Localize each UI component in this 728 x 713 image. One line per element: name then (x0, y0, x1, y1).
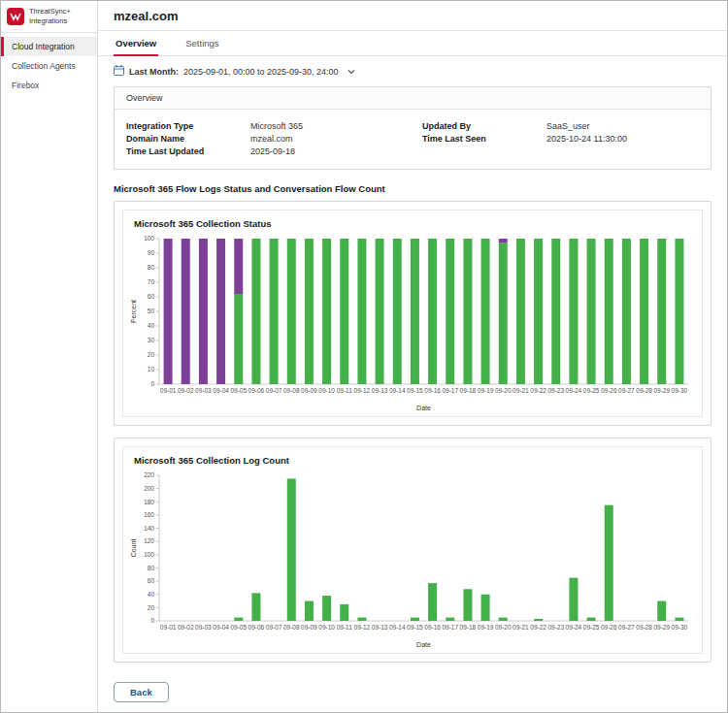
overview-card: Overview Integration Type Microsoft 365 … (114, 86, 711, 170)
svg-text:10: 10 (148, 366, 155, 373)
svg-text:09-28: 09-28 (636, 387, 652, 394)
logo-title: ThreatSync+ (29, 7, 71, 16)
svg-text:09-18: 09-18 (460, 387, 477, 394)
sidebar-item-collection-agents[interactable]: Collection Agents (1, 56, 97, 76)
date-filter-value: 2025-09-01, 00:00 to 2025-09-30, 24:00 (183, 67, 339, 77)
svg-text:09-14: 09-14 (389, 387, 406, 394)
svg-text:20: 20 (148, 351, 155, 358)
log-count-chart: 02040608010012014016018020022009-0109-02… (128, 470, 694, 650)
svg-text:220: 220 (144, 471, 154, 478)
svg-text:09-28: 09-28 (636, 624, 652, 631)
sidebar-nav: Cloud Integration Collection Agents Fire… (1, 33, 97, 95)
updated-by-label: Updated By (422, 121, 546, 131)
domain-name-label: Domain Name (126, 134, 250, 144)
svg-text:09-27: 09-27 (618, 387, 635, 394)
page-title: mzeal.com (98, 1, 727, 31)
svg-text:09-06: 09-06 (248, 387, 265, 394)
svg-text:0: 0 (150, 617, 154, 624)
integration-type-value: Microsoft 365 (250, 121, 303, 131)
sidebar-item-cloud-integration[interactable]: Cloud Integration (1, 37, 97, 56)
svg-text:09-01: 09-01 (160, 624, 177, 631)
svg-text:140: 140 (144, 525, 154, 532)
logo-text: ThreatSync+ Integrations (29, 7, 71, 26)
svg-text:09-23: 09-23 (547, 387, 564, 394)
svg-text:09-25: 09-25 (583, 387, 600, 394)
svg-text:09-10: 09-10 (318, 624, 335, 631)
svg-text:09-29: 09-29 (653, 387, 670, 394)
svg-text:09-11: 09-11 (337, 624, 353, 631)
svg-text:50: 50 (148, 308, 155, 314)
svg-text:180: 180 (144, 499, 154, 505)
integration-type-label: Integration Type (126, 121, 250, 131)
svg-text:09-24: 09-24 (566, 387, 582, 394)
log-count-panel: Microsoft 365 Collection Log Count 02040… (122, 446, 703, 654)
svg-text:09-09: 09-09 (301, 624, 317, 631)
svg-text:09-02: 09-02 (178, 624, 194, 631)
sidebar-item-firebox[interactable]: Firebox (1, 76, 97, 95)
svg-text:200: 200 (144, 485, 154, 492)
logo-row: ThreatSync+ Integrations (1, 1, 97, 33)
svg-text:09-22: 09-22 (530, 624, 546, 631)
svg-text:09-13: 09-13 (372, 387, 388, 394)
svg-text:Percent: Percent (130, 300, 137, 323)
svg-text:09-03: 09-03 (195, 387, 212, 394)
svg-text:09-04: 09-04 (213, 387, 229, 394)
svg-text:09-17: 09-17 (442, 387, 458, 394)
svg-text:120: 120 (144, 537, 154, 544)
updated-by-field: Updated By SaaS_user (422, 121, 699, 131)
integration-type-field: Integration Type Microsoft 365 (126, 121, 403, 131)
svg-text:09-07: 09-07 (266, 624, 282, 631)
collection-status-panel: Microsoft 365 Collection Status 01020304… (122, 210, 703, 417)
collection-status-title: Microsoft 365 Collection Status (128, 217, 697, 233)
svg-text:40: 40 (148, 322, 155, 329)
svg-text:30: 30 (148, 337, 155, 343)
overview-card-body: Integration Type Microsoft 365 Domain Na… (115, 110, 711, 169)
svg-text:80: 80 (148, 565, 155, 571)
time-last-updated-value: 2025-09-18 (250, 146, 295, 156)
svg-text:09-16: 09-16 (424, 387, 441, 394)
tab-settings[interactable]: Settings (183, 31, 220, 56)
svg-text:40: 40 (148, 591, 155, 598)
svg-text:09-20: 09-20 (495, 624, 512, 631)
main-content: mzeal.com Overview Settings Last Month: … (98, 1, 727, 712)
svg-text:09-01: 09-01 (160, 387, 177, 394)
section-title: Microsoft 365 Flow Logs Status and Conve… (98, 170, 727, 199)
logo-subtitle: Integrations (29, 16, 71, 26)
svg-text:09-14: 09-14 (389, 624, 406, 631)
time-last-seen-field: Time Last Seen 2025-10-24 11:30:00 (422, 134, 699, 144)
domain-name-field: Domain Name mzeal.com (126, 134, 403, 144)
svg-text:09-07: 09-07 (266, 387, 282, 394)
svg-text:09-24: 09-24 (566, 624, 582, 631)
svg-text:09-09: 09-09 (301, 387, 317, 394)
svg-text:160: 160 (144, 511, 154, 518)
svg-text:09-12: 09-12 (354, 387, 371, 394)
back-button[interactable]: Back (114, 682, 169, 702)
tab-overview[interactable]: Overview (114, 31, 158, 56)
svg-text:100: 100 (144, 235, 154, 242)
svg-text:60: 60 (148, 577, 155, 584)
svg-text:09-21: 09-21 (513, 624, 529, 631)
svg-text:0: 0 (150, 380, 154, 387)
svg-text:09-19: 09-19 (478, 387, 494, 394)
svg-text:09-23: 09-23 (547, 624, 564, 631)
svg-text:09-26: 09-26 (601, 387, 617, 394)
svg-text:09-26: 09-26 (601, 624, 617, 631)
svg-text:09-18: 09-18 (460, 624, 477, 631)
date-filter[interactable]: Last Month: 2025-09-01, 00:00 to 2025-09… (98, 56, 727, 84)
svg-text:09-29: 09-29 (653, 624, 670, 631)
svg-text:Date: Date (416, 405, 431, 411)
svg-text:09-12: 09-12 (354, 624, 371, 631)
svg-text:09-08: 09-08 (283, 387, 300, 394)
chevron-down-icon[interactable] (347, 67, 355, 77)
svg-text:09-30: 09-30 (672, 624, 688, 631)
time-last-seen-label: Time Last Seen (422, 134, 546, 144)
collection-status-card: Microsoft 365 Collection Status 01020304… (114, 201, 711, 426)
svg-text:09-27: 09-27 (618, 624, 635, 631)
svg-text:09-15: 09-15 (407, 387, 423, 394)
tab-bar: Overview Settings (98, 31, 727, 56)
svg-text:09-11: 09-11 (337, 387, 353, 394)
svg-text:09-16: 09-16 (424, 624, 441, 631)
svg-text:70: 70 (148, 278, 155, 285)
date-filter-label: Last Month: (129, 67, 179, 77)
domain-name-value: mzeal.com (250, 134, 293, 144)
